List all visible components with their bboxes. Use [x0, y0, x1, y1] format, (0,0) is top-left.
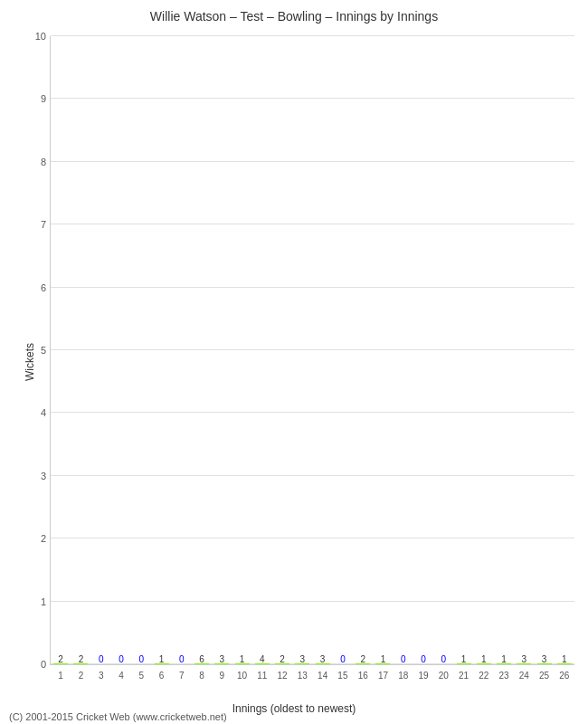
- x-tick-label: 18: [394, 671, 413, 681]
- x-tick-label: 16: [354, 671, 372, 681]
- y-axis-label: 5: [24, 345, 46, 356]
- chart-area: 012345678910 212203040516076839110411212…: [50, 36, 574, 665]
- copyright-text: (C) 2001-2015 Cricket Web (www.cricketwe…: [9, 711, 227, 722]
- bar-value-label: 1: [495, 654, 513, 664]
- x-tick-label: 10: [233, 671, 251, 681]
- chart-title: Willie Watson – Test – Bowling – Innings…: [0, 0, 588, 28]
- bar-value-label: 1: [153, 654, 171, 664]
- bar-value-label: 4: [253, 654, 271, 664]
- x-tick-label: 26: [555, 671, 574, 681]
- x-tick-label: 5: [132, 671, 150, 681]
- y-axis-label: 4: [24, 407, 46, 418]
- x-tick-label: 12: [273, 671, 291, 681]
- bar-value-label: 2: [354, 654, 372, 664]
- y-axis-label: 6: [24, 282, 46, 293]
- x-tick-label: 22: [475, 671, 493, 681]
- x-tick-label: 1: [52, 671, 70, 681]
- bar-value-label: 0: [92, 654, 110, 664]
- x-tick-label: 24: [515, 671, 533, 681]
- bar-value-label: 0: [334, 654, 352, 664]
- x-tick-label: 8: [193, 671, 211, 681]
- bar-value-label: 0: [112, 654, 130, 664]
- bar-value-label: 3: [515, 654, 533, 664]
- bar-value-label: 2: [71, 654, 90, 664]
- y-axis-label: 8: [24, 157, 46, 167]
- bars-wrapper: 2122030405160768391104112123133140152161…: [51, 36, 574, 664]
- bar-value-label: 2: [273, 654, 291, 664]
- bar-value-label: 1: [455, 654, 473, 664]
- x-tick-label: 21: [455, 671, 473, 681]
- x-tick-label: 11: [253, 671, 271, 681]
- y-axis-label: 7: [24, 219, 46, 230]
- x-tick-label: 13: [293, 671, 311, 681]
- y-axis-label: 9: [24, 93, 46, 104]
- y-axis-label: 0: [24, 659, 46, 670]
- bar-value-label: 1: [475, 654, 493, 664]
- bar-value-label: 0: [414, 654, 432, 664]
- bar-value-label: 3: [536, 654, 554, 664]
- bar-value-label: 3: [314, 654, 332, 664]
- bar-value-label: 0: [434, 654, 452, 664]
- x-tick-label: 23: [495, 671, 513, 681]
- x-tick-label: 15: [334, 671, 352, 681]
- y-axis-label: 1: [24, 596, 46, 607]
- bar-value-label: 1: [374, 654, 392, 664]
- bar-value-label: 1: [233, 654, 251, 664]
- bar-value-label: 0: [132, 654, 150, 664]
- x-tick-label: 3: [92, 671, 110, 681]
- bar-value-label: 0: [394, 654, 413, 664]
- bar-value-label: 0: [173, 654, 191, 664]
- bar-value-label: 2: [52, 654, 70, 664]
- x-tick-label: 14: [314, 671, 332, 681]
- bar-value-label: 3: [213, 654, 231, 664]
- x-tick-label: 20: [434, 671, 452, 681]
- y-axis-label: 2: [24, 533, 46, 544]
- x-tick-label: 6: [153, 671, 171, 681]
- x-tick-label: 19: [414, 671, 432, 681]
- x-tick-label: 9: [213, 671, 231, 681]
- x-tick-label: 7: [173, 671, 191, 681]
- x-tick-label: 2: [71, 671, 90, 681]
- chart-container: Willie Watson – Test – Bowling – Innings…: [0, 0, 588, 724]
- y-axis-label: 10: [24, 31, 46, 42]
- x-tick-label: 17: [374, 671, 392, 681]
- bar-value-label: 1: [555, 654, 574, 664]
- y-axis-label: 3: [24, 471, 46, 481]
- bar-value-label: 3: [293, 654, 311, 664]
- x-tick-label: 25: [536, 671, 554, 681]
- x-tick-label: 4: [112, 671, 130, 681]
- bar-value-label: 6: [193, 654, 211, 664]
